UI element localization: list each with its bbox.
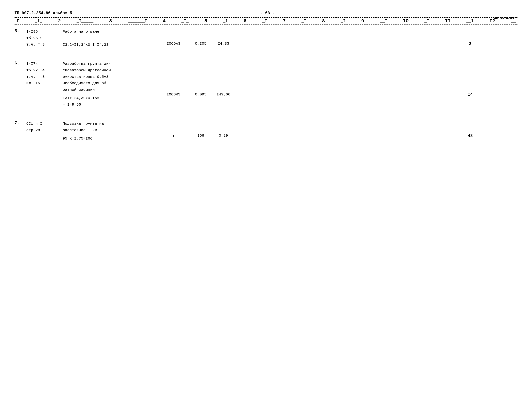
ruler-num-5: 5 xyxy=(204,18,207,24)
ruler-num-8: 8 xyxy=(322,18,325,24)
ruler-num-11: II xyxy=(445,18,451,24)
entry-5-unit: IOOOм3 xyxy=(157,28,190,46)
entry-7: 7. ССШ ч.I стр.28 Подвозка грунта на рас… xyxy=(14,121,518,142)
entry-5-ref-1: I-I95 xyxy=(26,28,63,35)
entry-6-num: 6. xyxy=(14,61,26,66)
entry-6-desc-3: емкостью ковша 0,5м3 xyxy=(63,74,157,80)
ruler-num-sep3: _______I xyxy=(128,19,147,23)
ruler-num-sep5: _I xyxy=(223,19,228,23)
entry-7-result: 48 xyxy=(459,121,481,138)
entry-6-desc: Разработка грунта эк- скаватором драглай… xyxy=(63,61,157,108)
entry-7-formula: 95 x I,75=I66 xyxy=(63,135,157,142)
kf-label: КФ 9514-05 xyxy=(494,16,514,20)
entry-5-qty: 0,I05 xyxy=(190,28,212,46)
entry-6-qty: 0,095 xyxy=(190,61,212,96)
ruler-num-sep1: _I_ xyxy=(35,19,42,23)
entry-7-num: 7. xyxy=(14,121,26,126)
entry-5-ref-2: тб.25-2 xyxy=(26,35,63,41)
entry-7-unit: т xyxy=(157,121,190,138)
entry-7-desc-2: расстояние I км xyxy=(63,127,157,134)
ruler-num-9: 9 xyxy=(361,18,364,24)
entry-6-desc-4: необходимого для об- xyxy=(63,80,157,87)
ruler-num-1: I xyxy=(16,18,19,24)
entry-6: 6. I-I74 тб.22-I4 т.ч. т.3 К=I,I5 Разраб… xyxy=(14,61,518,108)
ruler-num-sep8: _I xyxy=(341,19,345,23)
header-center: - 63 - xyxy=(260,11,275,15)
entry-7-norm: 0,29 xyxy=(212,121,235,138)
ruler-num-6: 6 xyxy=(244,18,247,24)
header: ТП 907-2-254.86 альбом 5 - 63 - xyxy=(14,11,518,15)
entry-5-desc-1: Работа на отвале xyxy=(63,28,157,35)
entry-6-desc-1: Разработка грунта эк- xyxy=(63,61,157,67)
ruler-num-2: 2 xyxy=(58,18,61,24)
entry-6-unit: IOOOм3 xyxy=(157,61,190,96)
entry-6-ref-3: т.ч. т.3 xyxy=(26,74,63,80)
entry-6-formula-2: = I49,66 xyxy=(63,101,157,108)
ruler-num-sep2: _I_____ xyxy=(77,19,93,23)
ruler-num-4: 4 xyxy=(163,18,166,24)
entry-5-formula: I3,2+II,34x0,I=I4,33 xyxy=(63,41,157,48)
entry-5-ref-3: т.ч. т.3 xyxy=(26,41,63,48)
header-left: ТП 907-2-254.86 альбом 5 xyxy=(14,11,72,15)
ruler-num-7: 7 xyxy=(283,18,286,24)
entry-6-formula-1: I3I+I24,39x0,I5= xyxy=(63,95,157,101)
entry-5: 5. I-I95 тб.25-2 т.ч. т.3 Работа на отва… xyxy=(14,28,518,48)
entry-5-ref: I-I95 тб.25-2 т.ч. т.3 xyxy=(26,28,63,48)
entry-5-desc: Работа на отвале I3,2+II,34x0,I=I4,33 xyxy=(63,28,157,48)
entry-6-ref-2: тб.22-I4 xyxy=(26,67,63,74)
entry-7-ref-1: ССШ ч.I xyxy=(26,121,63,127)
entry-6-ref-4: К=I,I5 xyxy=(26,80,63,87)
entry-6-ref: I-I74 тб.22-I4 т.ч. т.3 К=I,I5 xyxy=(26,61,63,87)
ruler-num-10: IO xyxy=(403,18,408,24)
content: 5. I-I95 тб.25-2 т.ч. т.3 Работа на отва… xyxy=(14,28,518,142)
entry-5-result: 2 xyxy=(459,28,481,46)
entry-5-norm: I4,33 xyxy=(212,28,235,46)
ruler-num-sep7: _I xyxy=(302,19,306,23)
entry-5-num: 5. xyxy=(14,28,26,34)
ruler-num-sep10: _I xyxy=(424,19,429,23)
entry-6-desc-2: скаватором драглайном xyxy=(63,67,157,74)
entry-7-desc: Подвозка грунта на расстояние I км 95 x … xyxy=(63,121,157,142)
ruler-numbers-row: I _I_ 2 _I_____ 3 _______I 4 _I_ 5 _I 6 … xyxy=(14,17,518,25)
ruler: КФ 9514-05 I _I_ 2 _I_____ 3 _______I 4 … xyxy=(14,17,518,25)
entry-6-ref-1: I-I74 xyxy=(26,61,63,67)
entry-7-ref-2: стр.28 xyxy=(26,127,63,134)
ruler-num-sep9: __I xyxy=(380,19,387,23)
ruler-num-sep4: _I_ xyxy=(181,19,189,23)
entry-6-norm: I49,66 xyxy=(212,61,235,96)
entry-6-result: I4 xyxy=(459,61,481,97)
ruler-num-sep6: _I xyxy=(262,19,267,23)
entry-7-qty: I66 xyxy=(190,121,212,138)
entry-7-ref: ССШ ч.I стр.28 xyxy=(26,121,63,133)
ruler-num-3: 3 xyxy=(109,18,112,24)
entry-7-desc-1: Подвозка грунта на xyxy=(63,121,157,127)
entry-6-desc-5: ратной засыпки xyxy=(63,87,157,93)
ruler-num-sep11: __I xyxy=(466,19,474,23)
